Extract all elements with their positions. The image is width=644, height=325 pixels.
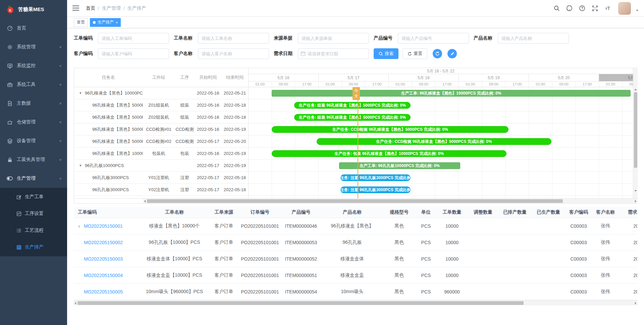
work-order-link[interactable]: MO202205150001	[84, 223, 123, 229]
gantt-row: 生产工单: 96孔移液盒【黑色】10000PCS 完成比例: 0%	[249, 87, 633, 99]
breadcrumb-production[interactable]: 生产管理	[102, 5, 121, 11]
gantt-grid-row[interactable]: ▼96孔孔板10000PCS 2022-05-17 2022-05-19	[74, 160, 248, 172]
gantt-vertical-scrollbar[interactable]	[633, 68, 638, 198]
tab-production-scheduling[interactable]: 生产排产 ×	[90, 18, 121, 27]
app-title: 苦糖果MES	[18, 6, 44, 13]
gantt-grid-row[interactable]: 96孔孔板3000PCS Y02注塑机 注塑 2022-05-17 2022-0…	[74, 184, 248, 196]
table-header-cell: 客户名称	[592, 209, 619, 215]
gantt-row: 生产任务: 注塑 96孔孔板3000PCS 完成比例: 0%	[249, 196, 633, 198]
help-icon[interactable]	[579, 5, 586, 12]
table-row[interactable]: MO202205150004 移液盒盒盖【10000】PCS 客户订单 PO20…	[74, 267, 637, 284]
tab-home[interactable]: 首页	[74, 18, 88, 27]
gantt-bar[interactable]: 生产任务: 包装 96孔移液盒【黑色】10000PCS 完成比例: 0%	[272, 150, 506, 157]
gantt-bar[interactable]: 生产任务: 注塑 96孔孔板3000PCS 完成比例: 0%	[340, 174, 411, 181]
scroll-thumb[interactable]	[634, 92, 637, 168]
filter-input[interactable]	[198, 33, 269, 44]
monitor-icon	[7, 63, 13, 69]
scroll-right-arrow[interactable]	[635, 302, 636, 305]
gantt-week-label: 5月 16 - 5月 22	[249, 68, 633, 74]
table-row[interactable]: MO202205150002 96孔孔板【10000】PCS 客户订单 PO20…	[74, 234, 637, 251]
gantt-bar[interactable]: 生产工单: 96孔孔板10000PCS 完成比例: 0%	[339, 162, 461, 169]
scroll-up-arrow[interactable]	[634, 89, 637, 90]
work-order-link[interactable]: MO202205150005	[84, 289, 123, 294]
filter-label: 客户名称	[174, 51, 195, 57]
gantt-hour-tick: 01:00	[389, 82, 412, 87]
gantt-bar[interactable]: 生产任务: 注塑 96孔孔板3000PCS 完成比例: 0%	[340, 186, 411, 193]
gantt-hour-tick: 01:00	[249, 82, 272, 87]
sidebar-item-master-data[interactable]: 主数据 ∨	[0, 94, 67, 113]
sidebar-item-system-admin[interactable]: 系统管理 ∨	[0, 38, 67, 56]
sidebar-item-home[interactable]: 首页	[0, 19, 67, 38]
chart-box-icon	[16, 211, 21, 216]
search-icon[interactable]	[553, 5, 560, 12]
menu-fold-icon[interactable]	[72, 5, 80, 11]
date-input[interactable]	[298, 48, 369, 59]
sidebar-item-production-orders[interactable]: 生产工单	[0, 188, 67, 205]
sidebar-item-equipment[interactable]: 设备管理 ∨	[0, 131, 67, 150]
table-row[interactable]: MO202205150003 移液盒盒体【10000】PCS 客户订单 PO20…	[74, 251, 637, 267]
refresh-gantt-button[interactable]	[433, 49, 442, 58]
gantt-horizontal-scrollbar[interactable]	[74, 198, 637, 203]
filter-input[interactable]	[98, 48, 169, 59]
avatar[interactable]	[618, 2, 631, 15]
close-icon[interactable]: ×	[116, 20, 118, 24]
font-size-icon[interactable]: тT	[604, 5, 611, 12]
reset-button[interactable]: 重置	[402, 48, 427, 59]
filter-input[interactable]	[398, 33, 469, 44]
scroll-thumb[interactable]	[77, 301, 524, 305]
table-row[interactable]: MO202205150005 10mm吸头【960000】PCS 客户订单 PO…	[74, 284, 637, 300]
table-horizontal-scrollbar[interactable]	[74, 300, 637, 305]
expand-caret-icon[interactable]: ▼	[79, 164, 85, 167]
filter-input[interactable]	[98, 33, 169, 44]
gantt-grid-row[interactable]: 96孔移液盒【黑色】5000PCS CCD检测#01 CCD检测 2022-05…	[74, 123, 248, 136]
sidebar-item-production[interactable]: 生产管理 ∧	[0, 169, 67, 188]
app-logo[interactable]: K 苦糖果MES	[0, 0, 67, 19]
gantt-grid-row[interactable]: 96孔孔板3000PCS Y01注塑机 注塑 2022-05-17 2022-0…	[74, 172, 248, 184]
app-logo-icon: K	[6, 5, 15, 14]
table-row[interactable]: ∨MO202205150001 移液盒【黑色】10000个 客户订单 PO202…	[74, 218, 637, 234]
scroll-left-arrow[interactable]	[144, 200, 146, 203]
work-order-link[interactable]: MO202205150002	[84, 240, 123, 245]
scroll-right-arrow[interactable]	[635, 200, 636, 203]
row-expand-caret[interactable]: ∨	[78, 224, 84, 228]
fullscreen-icon[interactable]	[591, 5, 599, 12]
gantt-grid-row[interactable]: 96孔移液盒【黑色】5000PCS CCD检测#02 CCD检测 2022-05…	[74, 136, 248, 148]
gantt-grid-row[interactable]: 96孔移液盒【黑色】10000PCS 包装机 包装 2022-05-16 202…	[74, 148, 248, 160]
gantt-hour-tick: 17:00	[505, 82, 529, 87]
sidebar-item-warehouse[interactable]: 仓储管理 ∨	[0, 113, 67, 131]
breadcrumb-home[interactable]: 首页	[86, 5, 95, 11]
lock-icon	[7, 157, 13, 163]
gantt-bar[interactable]: 生产任务: 组装 96孔移液盒【黑色】5000PCS 完成比例: 0%	[294, 102, 411, 109]
sidebar-item-system-monitor[interactable]: 系统监控 ∨	[0, 56, 67, 75]
search-button[interactable]: 搜索	[374, 48, 398, 59]
tags-view-bar: 首页 生产排产 ×	[67, 17, 644, 28]
toolbox-icon	[7, 82, 13, 88]
filter-input[interactable]	[198, 48, 269, 59]
sidebar-item-system-tools[interactable]: 系统工具 ∨	[0, 75, 67, 94]
sidebar-item-production-scheduling[interactable]: 生产排产	[0, 239, 67, 256]
gantt-bar[interactable]: 生产任务: CCD检测 96孔移液盒【黑色】5000PCS 完成比例: 0%	[272, 126, 508, 133]
sidebar-item-process-flow[interactable]: 工艺流程	[0, 222, 67, 239]
expand-caret-icon[interactable]: ▼	[79, 91, 85, 95]
sidebar-item-process-settings[interactable]: 工序设置	[0, 205, 67, 222]
edit-schedule-button[interactable]	[447, 49, 457, 58]
avatar-dropdown-caret[interactable]: ▾	[636, 8, 638, 12]
filter-input[interactable]	[298, 33, 369, 44]
gantt-grid-row[interactable]: 96孔移液盒【黑色】5000PCS Z01组装机 组装 2022-05-16 2…	[74, 99, 248, 111]
gantt-bar[interactable]: 生产工单: 96孔移液盒【黑色】10000PCS 完成比例: 0%	[272, 90, 631, 97]
scroll-down-arrow[interactable]	[634, 190, 637, 192]
work-order-link[interactable]: MO202205150003	[84, 256, 123, 262]
gantt-grid-row[interactable]: 96孔孔板3000PCS Y03注塑机 注塑 2022-05-17 2022-0…	[74, 196, 248, 198]
gantt-bar[interactable]: 生产任务: CCD检测 96孔移液盒【黑色】5000PCS 完成比例: 0%	[317, 138, 551, 145]
edit-icon	[16, 194, 21, 200]
gantt-bar[interactable]: 生产任务: 组装 96孔移液盒【黑色】5000PCS 完成比例: 0%	[294, 114, 411, 121]
gantt-grid-row[interactable]: 96孔移液盒【黑色】5000PCS Z02组装机 组装 2022-05-16 2…	[74, 111, 248, 123]
work-order-link[interactable]: MO202205150004	[84, 273, 123, 278]
github-icon[interactable]	[566, 5, 573, 12]
gantt-row: 生产任务: 注塑 96孔孔板3000PCS 完成比例: 0%	[249, 184, 633, 196]
gantt-grid-row[interactable]: ▼96孔移液盒【黑色】10000PCS 2022-05-16 2022-05-2…	[74, 87, 248, 99]
filter-input[interactable]	[498, 33, 569, 44]
scroll-left-arrow[interactable]	[75, 302, 76, 305]
sidebar-item-fixtures[interactable]: 工装夹具管理 ∨	[0, 150, 67, 169]
scroll-thumb[interactable]	[147, 199, 563, 203]
